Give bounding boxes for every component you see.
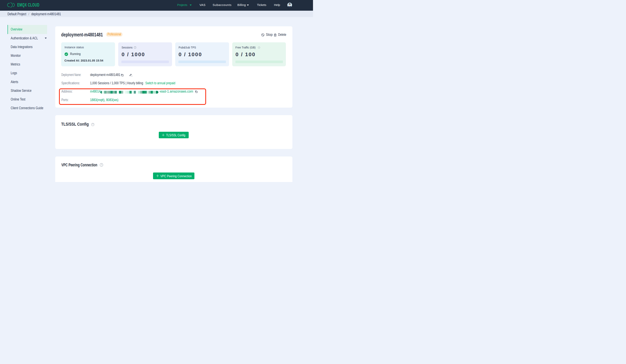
svg-text:?: ? — [259, 47, 259, 48]
svg-text:?: ? — [92, 124, 93, 126]
svg-text:?: ? — [101, 164, 102, 166]
svg-text:?: ? — [134, 47, 135, 48]
